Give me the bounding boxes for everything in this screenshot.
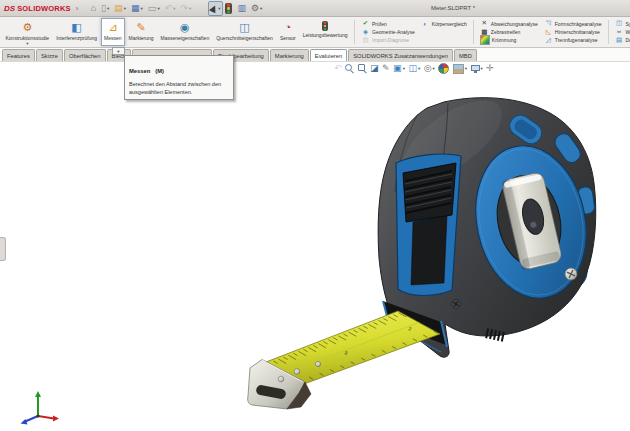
hinterschnittanalyse-icon: ◺ [544,29,553,36]
ribbon-button-import-diagnose[interactable]: ▨Import-Diagnose [360,36,416,44]
menu-expand-arrow-icon[interactable]: › [76,5,78,12]
interferenzpruefung-icon: ◧ [71,21,81,34]
undo-button[interactable]: ↶▾ [162,1,178,16]
ribbon-button-formschraegeanalyse[interactable]: ◹Formschrägeanalyse [543,20,603,28]
redo-dropdown-arrow-icon[interactable]: ▾ [189,6,191,11]
tab-evaluieren-label: Evaluieren [315,53,342,59]
ribbon-button-messen[interactable]: ⊿Messen [101,18,126,46]
ribbon-button-leistungsbewertung[interactable]: Leistungsbewertung [299,18,351,46]
ribbon-button-wanddickenanalyse[interactable]: ≍Wanddicken-A [614,28,630,36]
orientation-triad [8,388,60,428]
ribbon-button-masseneigenschaften[interactable]: ◉Masseneigenschaften [157,18,213,46]
import-diagnose-label: Import-Diagnose [372,37,409,43]
undo-dropdown-arrow-icon[interactable]: ▾ [173,6,175,11]
ribbon-button-markierung[interactable]: ✎Markierung [125,18,157,46]
pan-3d-button[interactable]: ✛ [486,64,494,73]
interferenzpruefung-label: Interferenzprüfung [56,35,97,41]
ribbon-button-geometrie-analyse[interactable]: ◈Geometrie-Analyse [360,28,416,36]
print-icon: ▭ [148,4,157,13]
tab-markierung-label: Markierung [275,53,304,59]
zebrastreifen-icon: ▩ [480,29,489,36]
display-style-button[interactable]: ◫▾ [408,64,420,73]
ribbon-group-separator [354,20,355,44]
home-button[interactable]: ⌂ [88,1,98,16]
konstruktionsstudie-dropdown-arrow-icon[interactable]: ▾ [26,42,28,47]
save-dropdown-arrow-icon[interactable]: ▾ [141,6,143,11]
redo-button[interactable]: ↷▾ [178,1,194,16]
tab-solidworks-zusatzanwendungen[interactable]: SOLIDWORKS Zusatzanwendungen [348,49,453,61]
file-properties-button[interactable]: ▥ [235,1,249,16]
ribbon-button-sensor[interactable]: ◔Sensor [276,18,299,46]
ribbon-button-abweichungsanalyse[interactable]: ✕Abweichungsanalyse [479,20,539,28]
zoom-to-area-button[interactable] [358,64,367,73]
options-gear-button[interactable]: ⚙▾ [248,1,264,16]
tab-skizze[interactable]: Skizze [36,49,63,61]
ribbon-group-separator [608,20,609,44]
ribbon-button-hinterschnittanalyse[interactable]: ◺Hinterschnittanalyse [543,28,603,36]
hide-show-items-dropdown-arrow-icon[interactable]: ▾ [433,66,435,71]
wanddickenanalyse-icon: ≍ [615,29,624,36]
view-orientation-button[interactable]: ▣▾ [393,64,405,73]
save-button[interactable]: ▦▾ [129,1,146,16]
command-manager-tabs: FeaturesSkizzeOberflächenBlechDirektbear… [0,48,630,62]
tab-markierung[interactable]: Markierung [270,49,309,61]
messen-dropdown-expander[interactable]: ▾ [112,47,125,55]
home-icon: ⌂ [91,4,96,13]
ribbon-button-dokumente[interactable]: ▤Dokumente ve [614,36,630,44]
heads-up-view-toolbar: ↶◪✎▣▾◫▾◎▾▾▾✛ [334,63,494,74]
options-gear-dropdown-arrow-icon[interactable]: ▾ [260,6,262,11]
markierung-label: Markierung [129,35,154,41]
graphics-area[interactable] [0,62,630,431]
print-button[interactable]: ▭▾ [145,1,162,16]
section-view-button[interactable]: ◪ [370,64,379,73]
document-title: Meter.SLDPRT * [393,5,513,11]
ribbon-button-interferenzpruefung[interactable]: ◧Interferenzprüfung [53,18,101,46]
ribbon-button-pruefen[interactable]: ✔Prüfen [360,20,416,28]
solidworks-window: { "window": { "title": "Meter.SLDPRT *" … [0,0,630,431]
kruemmung-label: Krümmung [492,37,516,43]
edit-appearance-button[interactable] [438,63,449,74]
apply-scene-icon [453,64,464,74]
tab-mbd[interactable]: MBD [454,49,477,61]
ribbon-button-symmetriepruefung[interactable]: ◫Symmetrieprüf [614,20,630,28]
new-document-dropdown-arrow-icon[interactable]: ▾ [107,6,109,11]
redo-icon: ↷ [180,4,188,13]
rebuild-traffic-light-button[interactable] [223,1,235,16]
ribbon-button-koerpervergleich[interactable]: ◐Körpervergleich [420,20,468,29]
hide-show-items-button[interactable]: ◎▾ [424,64,435,73]
tooltip-shortcut: (M) [155,68,164,74]
ribbon-button-querschnitteigenschaften[interactable]: ◫Querschnitteigenschaften [213,18,277,46]
view-orientation-dropdown-arrow-icon[interactable]: ▾ [403,66,405,71]
solidworks-logo-text: SOLIDWORKS [17,4,71,13]
view-settings-dropdown-arrow-icon[interactable]: ▾ [481,66,483,71]
tab-evaluieren[interactable]: Evaluieren [310,49,347,61]
pruefen-label: Prüfen [372,21,387,27]
apply-scene-button[interactable]: ▾ [453,64,467,74]
zoom-to-fit-button[interactable] [345,64,354,73]
dynamic-annotation-views-button[interactable]: ✎ [382,64,390,73]
section-view-icon: ◪ [370,64,379,73]
tab-features[interactable]: Features [2,49,35,61]
sensor-icon: ◔ [284,21,291,34]
trennfugenanalyse-icon: ◿ [544,37,553,44]
dokumente-label: Dokumente ve [626,37,630,43]
ribbon-button-kruemmung[interactable]: Krümmung [479,36,539,45]
view-settings-button[interactable]: ▾ [471,65,483,73]
new-document-button[interactable]: ▯▾ [99,1,112,16]
open-button[interactable]: ▤▾ [112,1,129,16]
dynamic-annotation-views-icon: ✎ [382,64,390,73]
previous-view-button[interactable]: ↶ [334,64,342,73]
undo-icon: ↶ [165,4,173,13]
print-dropdown-arrow-icon[interactable]: ▾ [157,6,159,11]
display-style-dropdown-arrow-icon[interactable]: ▾ [418,66,420,71]
tab-oberflaechen[interactable]: Oberflächen [64,49,106,61]
select-cursor-button[interactable]: ▶▾ [208,1,223,16]
open-dropdown-arrow-icon[interactable]: ▾ [124,6,126,11]
ribbon-button-trennfugenanalyse[interactable]: ◿Trennfugenanalyse [543,36,603,44]
feature-tree-collapsed-tab[interactable] [0,237,6,261]
solidworks-logo[interactable]: DS SOLIDWORKS › [4,4,78,13]
edit-appearance-icon [438,63,449,74]
dokumente-icon: ▤ [615,37,624,44]
apply-scene-dropdown-arrow-icon[interactable]: ▾ [465,66,467,71]
ribbon-button-konstruktionsstudie[interactable]: ⚙Konstruktionsstudie▾ [2,18,53,46]
